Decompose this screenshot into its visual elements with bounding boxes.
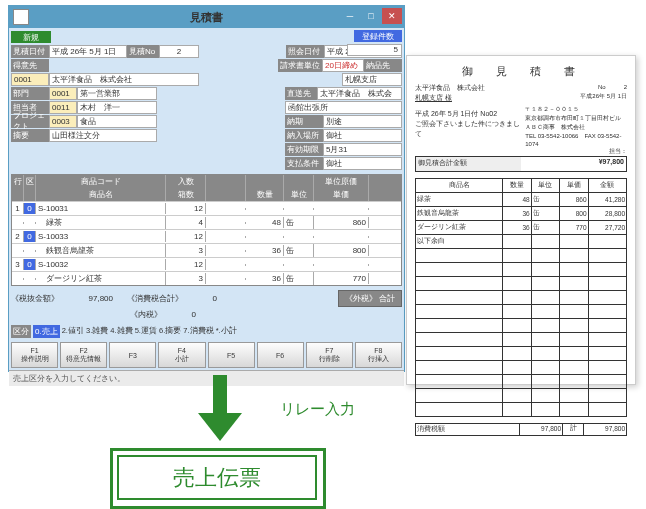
pv-total-value: ¥97,800 bbox=[521, 157, 626, 171]
col-amount: 数量 bbox=[246, 188, 284, 201]
ship-label: 納品先 bbox=[364, 59, 402, 72]
inquiry-date-label: 照会日付 bbox=[286, 45, 324, 58]
shouhi-label: 《消費税合計》 bbox=[127, 293, 183, 304]
minimize-button[interactable]: ─ bbox=[340, 8, 360, 24]
uchi-label: 《内税》 bbox=[130, 309, 162, 320]
maximize-button[interactable]: □ bbox=[361, 8, 381, 24]
estimate-no-label: 見積No bbox=[127, 45, 159, 58]
delivery-label: 納期 bbox=[285, 115, 323, 128]
pv-footer-total: 97,800 bbox=[583, 424, 626, 435]
bill-unit-value: 20日締め bbox=[322, 59, 364, 72]
dept-code-field[interactable]: 0001 bbox=[49, 87, 77, 100]
table-row[interactable]: 30S-1003212 bbox=[12, 257, 401, 271]
pv-no: No 2 bbox=[525, 83, 627, 92]
outside-tax-button[interactable]: 《外税》 合計 bbox=[338, 290, 402, 307]
customer-code-field[interactable]: 0001 bbox=[11, 73, 49, 86]
table-row[interactable]: 緑茶448缶860 bbox=[12, 215, 401, 229]
zeinuki-value: 97,800 bbox=[63, 294, 113, 303]
zeinuki-label: 《税抜金額》 bbox=[11, 293, 59, 304]
memo-field[interactable]: 山田様注文分 bbox=[49, 129, 157, 142]
col-case: 箱数 bbox=[166, 188, 206, 201]
function-keys: F1操作説明F2得意先情報F3F4小計F5F6F7行削除F8行挿入 bbox=[11, 342, 402, 368]
fkey-f6[interactable]: F6 bbox=[257, 342, 304, 368]
fkey-f1[interactable]: F1操作説明 bbox=[11, 342, 58, 368]
pv-date: 平成26年 5月 1日 bbox=[525, 92, 627, 101]
payment-field[interactable]: 御社 bbox=[323, 157, 402, 170]
col-row: 行 bbox=[12, 175, 24, 188]
table-row[interactable]: 鉄観音烏龍茶336缶800 bbox=[12, 243, 401, 257]
pv-total-label: 御見積合計金額 bbox=[416, 157, 521, 171]
relay-arrow-stem bbox=[213, 375, 227, 415]
uchi-value: 0 bbox=[166, 310, 196, 319]
pv-addr1: 平成 26年 5月 1日付 No02 bbox=[415, 109, 521, 119]
payment-label: 支払条件 bbox=[285, 157, 323, 170]
table-row[interactable]: 20S-1003312 bbox=[12, 229, 401, 243]
line-items-grid[interactable]: 行 区 商品コード 入数 単位原価 商品名 箱数 数量 単位 単価 10S-10… bbox=[11, 174, 402, 286]
col-blank2 bbox=[246, 175, 284, 188]
estimate-no-field[interactable]: 2 bbox=[159, 45, 199, 58]
status-bar: 売上区分を入力してください。 bbox=[9, 370, 404, 386]
dept-label: 部門 bbox=[11, 87, 49, 100]
person-code-field[interactable]: 0011 bbox=[49, 101, 77, 114]
kubun-selected[interactable]: 0.売上 bbox=[33, 325, 60, 338]
estimate-date-label: 見積日付 bbox=[11, 45, 49, 58]
delivery-field[interactable]: 別途 bbox=[323, 115, 402, 128]
place-label: 納入場所 bbox=[285, 129, 323, 142]
kubun-label: 区分 bbox=[11, 325, 31, 338]
titlebar[interactable]: 見積書 ─ □ ✕ bbox=[9, 6, 404, 28]
col-blank1 bbox=[206, 175, 246, 188]
bill-unit-label: 請求書単位 bbox=[278, 59, 322, 72]
register-count-value: 5 bbox=[347, 44, 402, 56]
sales-slip-box: 売上伝票 bbox=[117, 455, 317, 500]
customer-name-field[interactable]: 太平洋食品 株式会社 bbox=[49, 73, 199, 86]
pv-footer-tax: 97,800 bbox=[519, 424, 562, 435]
pv-addr2: ご照会下さいました件につきまして bbox=[415, 119, 521, 139]
pv-cust1: 太平洋食品 株式会社 bbox=[415, 83, 521, 93]
col-name: 商品名 bbox=[36, 188, 166, 201]
col-price: 単価 bbox=[314, 188, 369, 201]
person-name-field: 木村 洋一 bbox=[77, 101, 157, 114]
direct-label: 直送先 bbox=[285, 87, 317, 100]
kubun-row: 区分 0.売上 2.値引 3.雑費 4.雑費 5.運賃 6.摘要 7.消費税 *… bbox=[11, 324, 402, 338]
valid-field[interactable]: 5月31 bbox=[323, 143, 402, 156]
customer-label: 得意先 bbox=[11, 59, 49, 72]
dept-name-field: 第一営業部 bbox=[77, 87, 157, 100]
app-icon bbox=[13, 9, 29, 25]
print-preview: 御 見 積 書 太平洋食品 株式会社 札幌支店 様 平成 26年 5月 1日付 … bbox=[406, 55, 636, 385]
table-row[interactable]: 10S-1003112 bbox=[12, 201, 401, 215]
pv-cust2: 札幌支店 様 bbox=[415, 93, 521, 103]
col-unit: 単位 bbox=[284, 188, 314, 201]
estimate-date-field[interactable]: 平成 26年 5月 1日 bbox=[49, 45, 127, 58]
new-badge: 新規 bbox=[11, 31, 51, 43]
project-code-field[interactable]: 0003 bbox=[49, 115, 77, 128]
fkey-f4[interactable]: F4小計 bbox=[158, 342, 205, 368]
header-form: 新規 見積日付 平成 26年 5月 1日 見積No 2 照会日付 平成 26年 … bbox=[9, 28, 404, 172]
register-count-label: 登録件数 bbox=[354, 30, 402, 42]
close-button[interactable]: ✕ bbox=[382, 8, 402, 24]
memo-label: 摘要 bbox=[11, 129, 49, 142]
col-kbn: 区 bbox=[24, 175, 36, 188]
title-text: 見積書 bbox=[190, 10, 223, 25]
pv-table: 商品名数量単位単価金額 緑茶48缶86041,280鉄観音烏龍茶36缶80028… bbox=[415, 178, 627, 417]
project-name-field: 食品 bbox=[77, 115, 157, 128]
project-label: プロジェクト bbox=[11, 115, 49, 128]
fkey-f7[interactable]: F7行削除 bbox=[306, 342, 353, 368]
pv-title: 御 見 積 書 bbox=[415, 64, 627, 79]
fkey-f3[interactable]: F3 bbox=[109, 342, 156, 368]
kubun-options: 2.値引 3.雑費 4.雑費 5.運賃 6.摘要 7.消費税 *.小計 bbox=[62, 326, 237, 336]
fkey-f8[interactable]: F8行挿入 bbox=[355, 342, 402, 368]
relay-arrow-head bbox=[198, 413, 242, 441]
pv-footer-tax-label: 消費税額 bbox=[416, 424, 519, 435]
col-code: 商品コード bbox=[36, 175, 166, 188]
direct-field: 太平洋食品 株式会 bbox=[317, 87, 402, 100]
fkey-f2[interactable]: F2得意先情報 bbox=[60, 342, 107, 368]
branch-field[interactable]: 札幌支店 bbox=[342, 73, 402, 86]
totals-row2: 《内税》 0 bbox=[11, 309, 402, 320]
col-unitprice: 単位原価 bbox=[314, 175, 369, 188]
table-row[interactable]: ダージリン紅茶336缶770 bbox=[12, 271, 401, 285]
relay-text: リレー入力 bbox=[280, 400, 355, 419]
place-field[interactable]: 御社 bbox=[323, 129, 402, 142]
totals-row: 《税抜金額》 97,800 《消費税合計》 0 《外税》 合計 bbox=[11, 290, 402, 307]
shouhi-value: 0 bbox=[187, 294, 217, 303]
fkey-f5[interactable]: F5 bbox=[208, 342, 255, 368]
